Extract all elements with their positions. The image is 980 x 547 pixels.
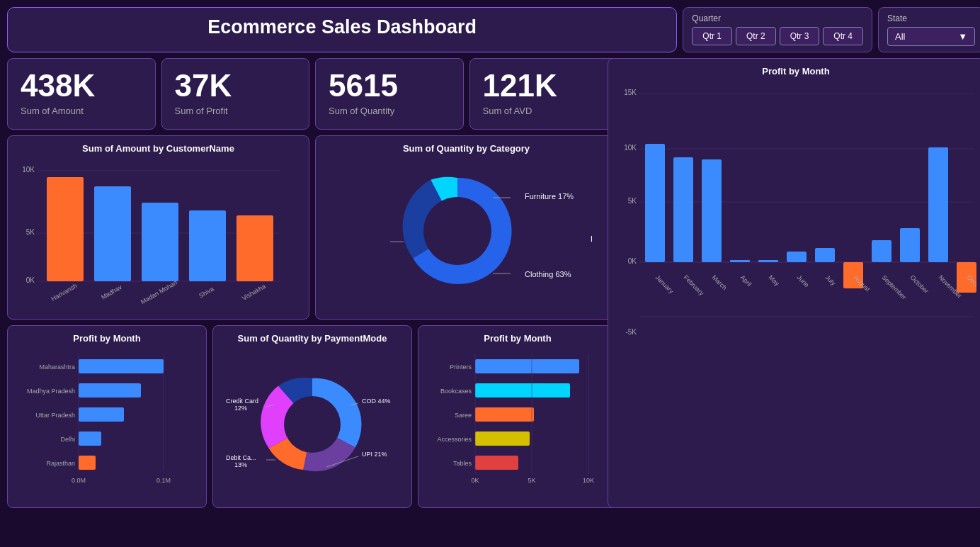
- svg-point-16: [423, 197, 491, 265]
- bar-chart-profit-month: 15K 10K 5K 0K -5K: [615, 79, 976, 497]
- dashboard-title: Ecommerce Sales Dashboard: [22, 16, 662, 38]
- svg-text:0.1M: 0.1M: [156, 477, 171, 484]
- chart-qty-payment-title: Sum of Quantity by PaymentMode: [220, 333, 404, 344]
- charts-row-2: Profit by Month: [7, 325, 617, 508]
- svg-rect-81: [815, 248, 835, 262]
- kpi-avd: 121K Sum of AVD: [469, 58, 618, 130]
- chart-profit-state: Profit by Month: [7, 325, 207, 508]
- svg-text:COD 44%: COD 44%: [362, 397, 391, 405]
- svg-rect-83: [872, 240, 891, 262]
- svg-text:Delhi: Delhi: [60, 436, 75, 443]
- svg-text:0.0M: 0.0M: [72, 477, 86, 484]
- svg-rect-29: [79, 432, 101, 446]
- svg-text:Credit Card: Credit Card: [226, 397, 258, 405]
- svg-text:0K: 0K: [471, 477, 479, 484]
- chart-qty-category: Sum of Quantity by Category Furnit: [315, 135, 617, 320]
- donut-chart-category: Furniture 17% Electroni... 21% Clothing …: [323, 157, 592, 305]
- svg-rect-49: [475, 359, 579, 373]
- svg-rect-10: [237, 215, 273, 281]
- quarter-buttons: Qtr 1 Qtr 2 Qtr 3 Qtr 4: [692, 27, 863, 45]
- svg-rect-76: [673, 157, 693, 262]
- svg-text:May: May: [768, 274, 781, 287]
- svg-rect-7: [94, 186, 131, 281]
- svg-text:10K: 10K: [22, 166, 35, 174]
- kpi-quantity-label: Sum of Quantity: [329, 106, 450, 116]
- svg-rect-80: [787, 252, 807, 262]
- state-filter: State All ▼: [878, 7, 980, 52]
- svg-text:Madhya Pradesh: Madhya Pradesh: [27, 388, 75, 395]
- svg-text:Maharashtra: Maharashtra: [39, 363, 75, 371]
- kpi-profit: 37K Sum of Profit: [161, 58, 310, 130]
- chart-profit-month-main: Profit by Month 15K 10K 5K 0K -5K: [608, 58, 980, 508]
- kpi-avd-label: Sum of AVD: [483, 106, 605, 116]
- svg-rect-85: [928, 147, 948, 262]
- svg-text:Rajasthan: Rajasthan: [46, 460, 75, 467]
- svg-text:February: February: [683, 274, 706, 297]
- svg-text:October: October: [909, 274, 930, 295]
- svg-rect-8: [142, 203, 178, 281]
- quarter-btn-4[interactable]: Qtr 4: [823, 27, 863, 45]
- chart-profit-month-title: Profit by Month: [615, 66, 976, 77]
- state-label: State: [887, 13, 975, 23]
- kpi-profit-value: 37K: [175, 69, 297, 103]
- kpi-amount-value: 438K: [21, 69, 142, 103]
- svg-rect-84: [900, 228, 920, 262]
- chart-qty-category-title: Sum of Quantity by Category: [323, 143, 610, 154]
- quarter-btn-3[interactable]: Qtr 3: [780, 27, 820, 45]
- kpi-quantity-value: 5615: [329, 69, 450, 103]
- chart-amount-customer-title: Sum of Amount by CustomerName: [15, 143, 302, 154]
- left-section: 438K Sum of Amount 37K Sum of Profit 561…: [7, 58, 602, 508]
- svg-text:Harivansh: Harivansh: [50, 282, 78, 303]
- kpi-avd-value: 121K: [483, 69, 605, 103]
- svg-text:Uttar Pradesh: Uttar Pradesh: [35, 412, 75, 419]
- quarter-label: Quarter: [692, 13, 863, 23]
- svg-text:Saree: Saree: [455, 412, 472, 419]
- quarter-filter: Quarter Qtr 1 Qtr 2 Qtr 3 Qtr 4: [683, 7, 872, 52]
- svg-text:Accessories: Accessories: [437, 436, 472, 443]
- svg-point-38: [284, 396, 341, 453]
- svg-rect-53: [475, 456, 518, 470]
- bar-chart-customers: 10K 5K 0K: [15, 158, 284, 307]
- main-content: 438K Sum of Amount 37K Sum of Profit 561…: [7, 58, 980, 508]
- svg-rect-51: [475, 407, 534, 422]
- svg-rect-6: [47, 177, 84, 281]
- quarter-btn-1[interactable]: Qtr 1: [692, 27, 732, 45]
- svg-rect-79: [758, 260, 778, 262]
- svg-rect-75: [645, 144, 665, 262]
- kpi-amount: 438K Sum of Amount: [7, 58, 156, 130]
- svg-text:5K: 5K: [26, 228, 35, 236]
- svg-rect-52: [475, 432, 530, 446]
- svg-text:-5K: -5K: [625, 328, 637, 336]
- svg-rect-28: [79, 407, 124, 422]
- svg-text:5K: 5K: [528, 477, 535, 484]
- svg-text:March: March: [711, 274, 729, 291]
- svg-rect-26: [79, 359, 164, 373]
- svg-text:Tables: Tables: [453, 460, 472, 467]
- chart-amount-customer: Sum of Amount by CustomerName 10K 5K 0K: [7, 135, 309, 320]
- donut-chart-payment: COD 44% UPI 21% Debit Ca... 13% Credit C…: [220, 346, 404, 495]
- chart-profit-category-title: Profit by Month: [426, 333, 610, 344]
- svg-text:5K: 5K: [628, 197, 637, 205]
- kpi-row: 438K Sum of Amount 37K Sum of Profit 561…: [7, 58, 617, 130]
- chart-profit-category: Profit by Month Print: [418, 325, 617, 508]
- svg-text:Debit Ca...: Debit Ca...: [226, 454, 256, 461]
- chart-qty-payment: Sum of Quantity by PaymentMode: [212, 325, 412, 508]
- charts-row-1: Sum of Amount by CustomerName 10K 5K 0K: [7, 135, 617, 320]
- state-value: All: [895, 31, 905, 42]
- chart-profit-state-title: Profit by Month: [15, 333, 199, 344]
- state-dropdown[interactable]: All ▼: [887, 27, 975, 46]
- svg-text:July: July: [824, 274, 838, 287]
- svg-text:12%: 12%: [234, 405, 247, 412]
- svg-text:13%: 13%: [234, 461, 247, 468]
- title-box: Ecommerce Sales Dashboard: [7, 7, 677, 52]
- svg-rect-78: [730, 260, 750, 262]
- svg-text:Printers: Printers: [450, 363, 472, 371]
- quarter-btn-2[interactable]: Qtr 2: [736, 27, 776, 45]
- svg-text:Clothing 63%: Clothing 63%: [525, 270, 571, 278]
- svg-text:Shiva: Shiva: [198, 285, 215, 299]
- hbar-chart-state: Maharashtra Madhya Pradesh Uttar Pradesh…: [15, 346, 199, 495]
- svg-text:15K: 15K: [624, 89, 637, 96]
- svg-text:Vishakha: Vishakha: [241, 282, 267, 301]
- svg-rect-50: [475, 383, 570, 397]
- svg-text:10K: 10K: [624, 144, 637, 152]
